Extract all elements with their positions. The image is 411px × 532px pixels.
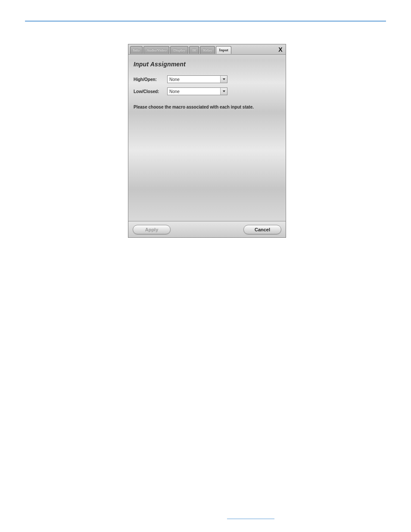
select-low-closed-button[interactable] <box>220 88 227 95</box>
tab-display[interactable]: Display <box>170 46 188 54</box>
input-assignment-dialog: Info Audio/Video Display IR Relay Input … <box>128 44 286 238</box>
label-high-open: High/Open: <box>134 77 167 82</box>
select-high-open-value: None <box>168 77 220 82</box>
panel-heading: Input Assignment <box>134 61 280 68</box>
page: Info Audio/Video Display IR Relay Input … <box>0 0 411 532</box>
cancel-button[interactable]: Cancel <box>243 225 281 234</box>
close-button[interactable]: X <box>277 47 284 53</box>
chevron-down-icon <box>223 78 225 80</box>
tab-input[interactable]: Input <box>216 46 231 54</box>
footer-link-rule <box>227 518 274 519</box>
select-low-closed-value: None <box>168 89 220 94</box>
header-rule <box>25 21 386 22</box>
select-high-open[interactable]: None <box>167 75 227 83</box>
label-low-closed: Low/Closed: <box>134 89 167 94</box>
instruction-text: Please choose the macro associated with … <box>134 105 280 109</box>
tab-relay[interactable]: Relay <box>200 46 215 54</box>
chevron-down-icon <box>223 90 225 92</box>
dialog-footer: Apply Cancel <box>128 221 286 237</box>
tab-bar: Info Audio/Video Display IR Relay Input … <box>128 44 286 55</box>
panel-body: Input Assignment High/Open: None Low/Clo… <box>128 55 286 109</box>
apply-button[interactable]: Apply <box>133 225 171 234</box>
row-high-open: High/Open: None <box>134 75 280 83</box>
tab-ir[interactable]: IR <box>189 46 199 54</box>
tab-info[interactable]: Info <box>130 46 143 54</box>
select-high-open-button[interactable] <box>220 76 227 83</box>
select-low-closed[interactable]: None <box>167 87 227 95</box>
row-low-closed: Low/Closed: None <box>134 87 280 95</box>
tab-audio-video[interactable]: Audio/Video <box>143 46 169 54</box>
